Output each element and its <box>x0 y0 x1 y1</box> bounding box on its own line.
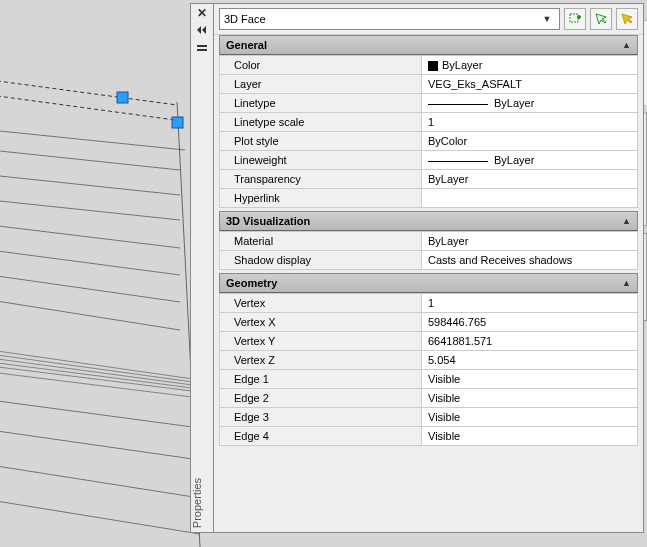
object-type-value: 3D Face <box>224 13 266 25</box>
svg-line-19 <box>0 500 200 534</box>
value-vertex-z[interactable]: 5.054 <box>422 351 638 370</box>
value-color[interactable]: ByLayer <box>422 56 638 75</box>
properties-panel: ✕ Properties 3D Face ▼ <box>190 3 644 533</box>
prop-row-linetype: Linetype ByLayer <box>220 94 638 113</box>
prop-row-material: Material ByLayer <box>220 232 638 251</box>
svg-line-9 <box>0 300 180 330</box>
svg-rect-22 <box>197 49 207 51</box>
prop-row-edge2: Edge 2 Visible <box>220 389 638 408</box>
svg-line-3 <box>0 150 180 170</box>
value-edge1[interactable]: Visible <box>422 370 638 389</box>
auto-hide-icon[interactable] <box>191 22 213 40</box>
svg-line-10 <box>0 350 200 380</box>
section-label: Geometry <box>226 277 277 289</box>
value-transparency[interactable]: ByLayer <box>422 170 638 189</box>
selection-grip[interactable] <box>117 92 128 103</box>
prop-row-linetype-scale: Linetype scale 1 <box>220 113 638 132</box>
select-objects-icon[interactable] <box>590 8 612 30</box>
value-material[interactable]: ByLayer <box>422 232 638 251</box>
collapse-icon: ▲ <box>622 40 631 50</box>
prop-row-edge3: Edge 3 Visible <box>220 408 638 427</box>
value-vertex-y[interactable]: 6641881.571 <box>422 332 638 351</box>
svg-line-4 <box>0 175 180 195</box>
prop-row-color: Color ByLayer <box>220 56 638 75</box>
prop-row-vertex-x: Vertex X 598446.765 <box>220 313 638 332</box>
prop-row-vertex-y: Vertex Y 6641881.571 <box>220 332 638 351</box>
value-shadow[interactable]: Casts and Receives shadows <box>422 251 638 270</box>
section-label: 3D Visualization <box>226 215 310 227</box>
panel-title: Properties <box>191 468 213 532</box>
chevron-down-icon: ▼ <box>539 14 555 24</box>
section-general[interactable]: General ▲ <box>219 35 638 55</box>
value-vertex[interactable]: 1 <box>422 294 638 313</box>
svg-line-6 <box>0 225 180 248</box>
prop-row-lineweight: Lineweight ByLayer <box>220 151 638 170</box>
prop-row-edge1: Edge 1 Visible <box>220 370 638 389</box>
svg-line-17 <box>0 430 200 460</box>
quick-select-icon[interactable] <box>616 8 638 30</box>
svg-line-8 <box>0 275 180 302</box>
svg-line-12 <box>0 358 200 386</box>
svg-rect-23 <box>570 14 578 22</box>
value-edge3[interactable]: Visible <box>422 408 638 427</box>
prop-row-edge4: Edge 4 Visible <box>220 427 638 446</box>
section-label: General <box>226 39 267 51</box>
line-sample-icon <box>428 161 488 162</box>
selection-grip[interactable] <box>172 117 183 128</box>
section-3d-visualization[interactable]: 3D Visualization ▲ <box>219 211 638 231</box>
value-linetype-scale[interactable]: 1 <box>422 113 638 132</box>
svg-line-2 <box>0 130 185 150</box>
svg-line-7 <box>0 250 180 275</box>
value-hyperlink[interactable] <box>422 189 638 208</box>
prop-row-vertex-z: Vertex Z 5.054 <box>220 351 638 370</box>
svg-rect-21 <box>197 45 207 47</box>
menu-icon[interactable] <box>191 40 213 58</box>
color-swatch-icon <box>428 61 438 71</box>
value-vertex-x[interactable]: 598446.765 <box>422 313 638 332</box>
collapse-icon: ▲ <box>622 216 631 226</box>
svg-line-1 <box>0 95 175 120</box>
value-edge2[interactable]: Visible <box>422 389 638 408</box>
prop-row-plot-style: Plot style ByColor <box>220 132 638 151</box>
value-lineweight[interactable]: ByLayer <box>422 151 638 170</box>
close-icon[interactable]: ✕ <box>191 4 213 22</box>
value-edge4[interactable]: Visible <box>422 427 638 446</box>
svg-line-18 <box>0 465 200 498</box>
value-linetype[interactable]: ByLayer <box>422 94 638 113</box>
svg-line-0 <box>0 80 177 105</box>
toggle-pickadd-icon[interactable] <box>564 8 586 30</box>
svg-line-11 <box>0 354 200 383</box>
prop-row-vertex: Vertex 1 <box>220 294 638 313</box>
object-type-select[interactable]: 3D Face ▼ <box>219 8 560 30</box>
collapse-icon: ▲ <box>622 278 631 288</box>
section-geometry[interactable]: Geometry ▲ <box>219 273 638 293</box>
prop-row-shadow: Shadow display Casts and Receives shadow… <box>220 251 638 270</box>
prop-row-hyperlink: Hyperlink <box>220 189 638 208</box>
value-layer[interactable]: VEG_Eks_ASFALT <box>422 75 638 94</box>
prop-row-layer: Layer VEG_Eks_ASFALT <box>220 75 638 94</box>
prop-row-transparency: Transparency ByLayer <box>220 170 638 189</box>
value-plot-style[interactable]: ByColor <box>422 132 638 151</box>
line-sample-icon <box>428 104 488 105</box>
svg-line-5 <box>0 200 180 220</box>
svg-line-16 <box>0 400 200 428</box>
